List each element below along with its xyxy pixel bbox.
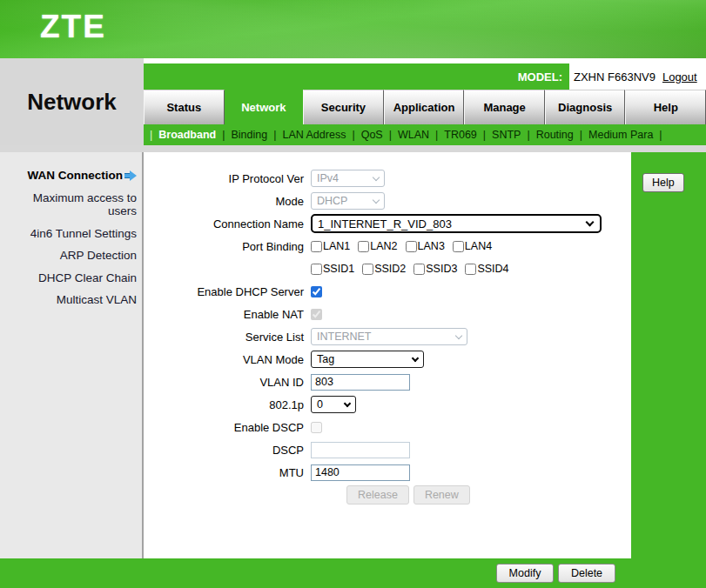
subnav-divider: | [150,129,152,141]
lan3-checkbox[interactable]: LAN3 [406,240,445,252]
tab-status[interactable]: Status [144,90,225,124]
enable-dhcp-label: Enable DHCP Server [144,285,311,298]
vlan-id-input[interactable] [311,374,410,391]
tab-network[interactable]: Network [225,90,304,124]
sidebar-item-wan-connection[interactable]: WAN Connection [0,164,142,187]
modify-button[interactable]: Modify [496,564,554,583]
tab-manage[interactable]: Manage [464,90,545,124]
ssid2-label: SSID2 [374,263,406,275]
active-item-arrow-icon [124,170,137,181]
ssid2-checkbox[interactable]: SSID2 [362,263,406,275]
logout-link[interactable]: Logout [662,70,697,84]
subnav-divider: | [527,129,529,141]
enable-nat-checkbox [311,309,322,320]
subnav-divider: | [222,129,225,141]
subnav-item-routing[interactable]: Routing [536,129,574,141]
form-row-port-binding-ssid: SSID1 SSID2 SSID3 SSID4 [144,260,631,277]
lan1-checkbox-input[interactable] [311,241,322,252]
8021p-select[interactable]: 0 [311,396,356,413]
sidebar-item-maximum-access-to-users[interactable]: Maximum access to users [0,187,142,223]
service-list-select: INTERNET [311,328,467,345]
sidebar-item-arp-detection[interactable]: ARP Detection [0,244,142,267]
sidebar-item-label: WAN Connection [28,169,124,183]
8021p-select-value: 0 [317,398,323,411]
tab-application[interactable]: Application [384,90,465,124]
ssid2-checkbox-input[interactable] [362,264,373,275]
vlan-mode-select-value: Tag [317,353,334,365]
vlan-mode-select[interactable]: Tag [311,351,424,368]
port-binding-label: Port Binding [144,240,311,253]
subnav-item-lan-address[interactable]: LAN Address [282,129,346,141]
ssid3-label: SSID3 [426,263,457,275]
chevron-down-icon [412,354,419,361]
vlan-mode-label: VLAN Mode [144,353,311,366]
lan4-label: LAN4 [465,240,492,252]
sidebar-item-multicast-vlan[interactable]: Multicast VLAN [0,289,142,311]
form-row-port-binding-lan: Port Binding LAN1 LAN2 LAN3 LAN4 [144,237,631,255]
ssid3-checkbox-input[interactable] [414,264,425,275]
lan1-checkbox[interactable]: LAN1 [311,240,350,252]
subnav-item-tr069[interactable]: TR069 [444,129,477,141]
subnav-item-medium-para[interactable]: Medium Para [588,129,653,141]
page-title: Network [27,89,117,116]
form-row-enable-dhcp: Enable DHCP Server [144,283,631,300]
model-strip: MODEL: ZXHN F663NV9 Logout [144,63,706,90]
sidebar-item-dhcp-clear-chain[interactable]: DHCP Clear Chain [0,267,142,290]
chevron-down-icon [373,196,380,203]
form-row-mtu: MTU [144,464,631,481]
subnav-item-binding[interactable]: Binding [231,129,267,141]
lan4-checkbox[interactable]: LAN4 [453,240,492,252]
main-tabs: Status Network Security Application Mana… [144,90,706,124]
ip-protocol-label: IP Protocol Ver [144,172,311,185]
tab-diagnosis[interactable]: Diagnosis [545,90,626,124]
dscp-input [311,442,410,458]
chevron-down-icon [586,218,595,227]
ip-protocol-select-value: IPv4 [317,172,339,184]
subnav-item-qos[interactable]: QoS [361,129,383,141]
service-list-label: Service List [144,331,311,344]
delete-button[interactable]: Delete [558,564,615,583]
ssid1-checkbox[interactable]: SSID1 [311,263,354,275]
form-row-connection-name: Connection Name 1_INTERNET_R_VID_803 [144,215,631,232]
mode-label: Mode [144,195,311,208]
vlan-id-label: VLAN ID [144,376,311,389]
lan4-checkbox-input[interactable] [453,241,464,252]
footer-bar: Modify Delete [0,558,706,588]
lan2-checkbox-input[interactable] [358,241,369,252]
subnav-divider: | [352,129,354,141]
mtu-input[interactable] [311,464,410,481]
content-area: WAN Connection Maximum access to users 4… [0,152,706,558]
ssid4-checkbox[interactable]: SSID4 [465,263,508,275]
enable-nat-label: Enable NAT [144,308,311,321]
renew-button: Renew [414,485,470,504]
ssid1-checkbox-input[interactable] [311,264,322,275]
service-list-select-value: INTERNET [317,331,372,343]
release-button: Release [346,485,409,504]
lan2-checkbox[interactable]: LAN2 [358,240,397,252]
enable-dhcp-checkbox[interactable] [311,286,322,297]
tab-help[interactable]: Help [625,90,706,124]
ssid3-checkbox[interactable]: SSID3 [414,263,457,275]
connection-name-select[interactable]: 1_INTERNET_R_VID_803 [311,214,602,233]
wan-connection-form: IP Protocol Ver IPv4 Mode DHCP Connectio… [144,152,631,558]
ssid4-label: SSID4 [477,263,508,275]
chevron-down-icon [373,173,380,180]
router-admin-page: ZTE Network MODEL: ZXHN F663NV9 Logout S… [0,0,706,588]
chevron-down-icon [455,331,462,338]
lan3-checkbox-input[interactable] [406,241,417,252]
subnav-item-broadband[interactable]: Broadband [158,129,216,141]
8021p-label: 802.1p [144,398,311,411]
lan1-label: LAN1 [323,240,350,252]
ssid4-checkbox-input[interactable] [465,264,476,275]
form-row-ip-protocol: IP Protocol Ver IPv4 [144,170,631,187]
dscp-label: DSCP [144,444,311,457]
form-row-8021p: 802.1p 0 [144,396,631,413]
ip-protocol-select: IPv4 [311,170,385,187]
subnav-item-wlan[interactable]: WLAN [398,129,429,141]
connection-name-label: Connection Name [144,217,311,231]
subnav-divider: | [273,129,276,141]
tab-security[interactable]: Security [303,90,384,124]
help-button[interactable]: Help [642,173,684,192]
sidebar-item-4in6-tunnel-settings[interactable]: 4in6 Tunnel Settings [0,223,142,245]
subnav-item-sntp[interactable]: SNTP [492,129,521,141]
